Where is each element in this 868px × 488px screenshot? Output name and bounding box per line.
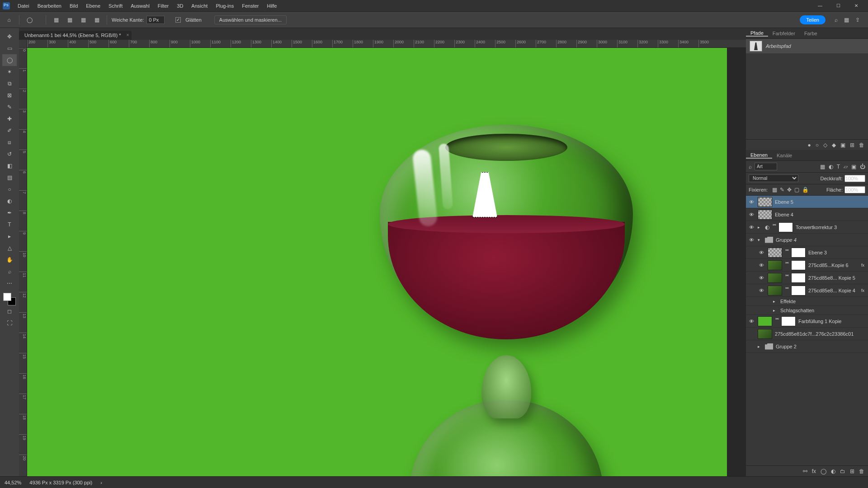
delete-path-icon[interactable]: 🗑 <box>859 142 864 148</box>
menu-plugins[interactable]: Plug-ins <box>212 3 238 9</box>
mask-thumbnail[interactable] <box>791 273 806 283</box>
layer-thumbnail[interactable] <box>758 316 772 326</box>
ruler-horizontal[interactable]: 2003004005006007008009001000110012001300… <box>27 40 746 48</box>
doc-info-arrow-icon[interactable]: › <box>100 480 102 485</box>
add-selection-icon[interactable]: ▦ <box>64 14 75 25</box>
filter-type-icon[interactable]: T <box>837 164 840 170</box>
link-icon[interactable]: ⫘ <box>772 222 776 232</box>
clone-tool[interactable]: ⧇ <box>2 136 17 148</box>
layer-row[interactable]: ▸Effekte <box>746 297 868 306</box>
path-to-selection-icon[interactable]: ◇ <box>823 142 827 148</box>
layer-row[interactable]: 👁⫘275cd85...Kopie 6fx <box>746 259 868 272</box>
magic-wand-tool[interactable]: ✶ <box>2 66 17 78</box>
mask-thumbnail[interactable] <box>791 286 806 296</box>
mask-thumbnail[interactable] <box>791 260 806 270</box>
filter-adjust-icon[interactable]: ◐ <box>829 164 833 170</box>
foreground-color[interactable] <box>3 293 11 301</box>
ruler-origin[interactable] <box>19 40 27 48</box>
fx-badge[interactable]: fx <box>861 288 866 293</box>
layer-thumbnail[interactable] <box>768 286 782 296</box>
layer-name[interactable]: Gruppe 2 <box>776 344 797 349</box>
zoom-level[interactable]: 44,52% <box>5 480 21 485</box>
close-button[interactable]: ✕ <box>847 1 865 10</box>
layer-row[interactable]: 👁⫘275cd85e8... Kopie 5 <box>746 272 868 284</box>
visibility-toggle-icon[interactable]: 👁 <box>748 237 755 243</box>
menu-ansicht[interactable]: Ansicht <box>187 3 212 9</box>
adjust-toggle-icon[interactable]: ▸ <box>758 225 762 230</box>
path-item[interactable]: Arbeitspfad <box>746 39 868 53</box>
filter-pixel-icon[interactable]: ▦ <box>820 164 825 170</box>
tab-color[interactable]: Farbe <box>800 31 822 36</box>
healing-tool[interactable]: ✚ <box>2 113 17 125</box>
layer-thumbnail[interactable] <box>768 260 782 270</box>
home-icon[interactable]: ⌂ <box>4 14 14 25</box>
lock-all-icon[interactable]: 🔒 <box>802 187 809 193</box>
delete-layer-icon[interactable]: 🗑 <box>859 468 864 474</box>
edit-toolbar[interactable]: ⋯ <box>2 277 17 289</box>
visibility-toggle-icon[interactable]: 👁 <box>748 319 755 324</box>
shape-tool[interactable]: △ <box>2 242 17 254</box>
menu-fenster[interactable]: Fenster <box>238 3 263 9</box>
eyedropper-tool[interactable]: ✎ <box>2 101 17 113</box>
gradient-tool[interactable]: ▤ <box>2 172 17 183</box>
tab-paths[interactable]: Pfade <box>746 30 768 37</box>
layer-name[interactable]: Ebene 4 <box>775 212 793 217</box>
visibility-toggle-icon[interactable]: 👁 <box>758 263 765 268</box>
mask-thumbnail[interactable] <box>791 248 806 258</box>
minimize-button[interactable]: — <box>811 1 829 10</box>
opacity-input[interactable] <box>844 175 865 182</box>
history-brush-tool[interactable]: ↺ <box>2 148 17 160</box>
menu-schrift[interactable]: Schrift <box>104 3 127 9</box>
layer-row[interactable]: 👁⫘Ebene 3 <box>746 246 868 259</box>
layer-filter-search-icon[interactable]: ⌕ <box>749 164 752 170</box>
blur-tool[interactable]: ○ <box>2 183 17 195</box>
layer-thumbnail[interactable] <box>758 210 772 220</box>
link-icon[interactable]: ⫘ <box>785 273 788 283</box>
layer-name[interactable]: Farbfüllung 1 Kopie <box>798 319 841 324</box>
maximize-button[interactable]: ☐ <box>829 1 847 10</box>
layer-row[interactable]: 👁Ebene 5 <box>746 196 868 208</box>
menu-bild[interactable]: Bild <box>66 3 82 9</box>
move-tool[interactable]: ✥ <box>2 31 17 42</box>
add-layer-mask-icon[interactable]: ◯ <box>821 468 826 474</box>
layer-row[interactable]: 👁⫘Farbfüllung 1 Kopie <box>746 315 868 328</box>
link-icon[interactable]: ⫘ <box>785 260 788 270</box>
frame-tool[interactable]: ⊠ <box>2 89 17 101</box>
canvas[interactable] <box>27 48 746 476</box>
layer-row[interactable]: 👁▸◐⫘Tonwertkorrektur 3 <box>746 221 868 234</box>
screenmode-toggle[interactable]: ⛶ <box>2 317 17 329</box>
lock-pixels-icon[interactable]: ✎ <box>780 187 784 193</box>
lock-position-icon[interactable]: ✥ <box>787 187 792 193</box>
fill-input[interactable] <box>844 186 865 193</box>
tab-layers[interactable]: Ebenen <box>746 152 772 159</box>
workspace-icon[interactable]: ▦ <box>844 17 849 23</box>
filter-smart-icon[interactable]: ▣ <box>851 164 856 170</box>
folder-toggle-icon[interactable]: ▾ <box>758 238 762 242</box>
visibility-toggle-icon[interactable]: 👁 <box>758 288 765 293</box>
effect-toggle-icon[interactable]: ▸ <box>773 299 778 304</box>
layer-name[interactable]: Gruppe 4 <box>776 237 797 243</box>
layer-thumbnail[interactable] <box>768 248 782 258</box>
layer-name[interactable]: Ebene 3 <box>808 250 827 255</box>
layer-fx-icon[interactable]: fx <box>812 468 816 474</box>
intersect-selection-icon[interactable]: ▦ <box>91 14 102 25</box>
zoom-tool[interactable]: ⌕ <box>2 266 17 277</box>
ruler-vertical[interactable]: 01234567891011121314151617181920 <box>19 48 27 476</box>
layer-name[interactable]: Tonwertkorrektur 3 <box>796 225 837 230</box>
menu-datei[interactable]: Datei <box>14 3 33 9</box>
quickmask-toggle[interactable]: ◻ <box>2 305 17 317</box>
layer-row[interactable]: 275cd85e81dc7f...276c2c23386c01 <box>746 328 868 340</box>
visibility-toggle-icon[interactable]: 👁 <box>758 275 765 281</box>
link-icon[interactable]: ⫘ <box>785 248 788 258</box>
dodge-tool[interactable]: ◐ <box>2 195 17 207</box>
layer-name[interactable]: Ebene 5 <box>775 199 793 205</box>
layer-name[interactable]: 275cd85...Kopie 6 <box>808 263 849 268</box>
lasso-tool-icon[interactable]: ◯ <box>24 14 35 25</box>
menu-auswahl[interactable]: Auswahl <box>127 3 154 9</box>
layer-name[interactable]: 275cd85e8... Kopie 5 <box>808 275 855 281</box>
layer-thumbnail[interactable] <box>758 197 772 207</box>
new-path-icon[interactable]: ⊞ <box>850 142 854 148</box>
selection-to-path-icon[interactable]: ◆ <box>832 142 836 148</box>
crop-tool[interactable]: ⧉ <box>2 78 17 89</box>
filter-toggle-icon[interactable]: ⏻ <box>860 164 865 170</box>
